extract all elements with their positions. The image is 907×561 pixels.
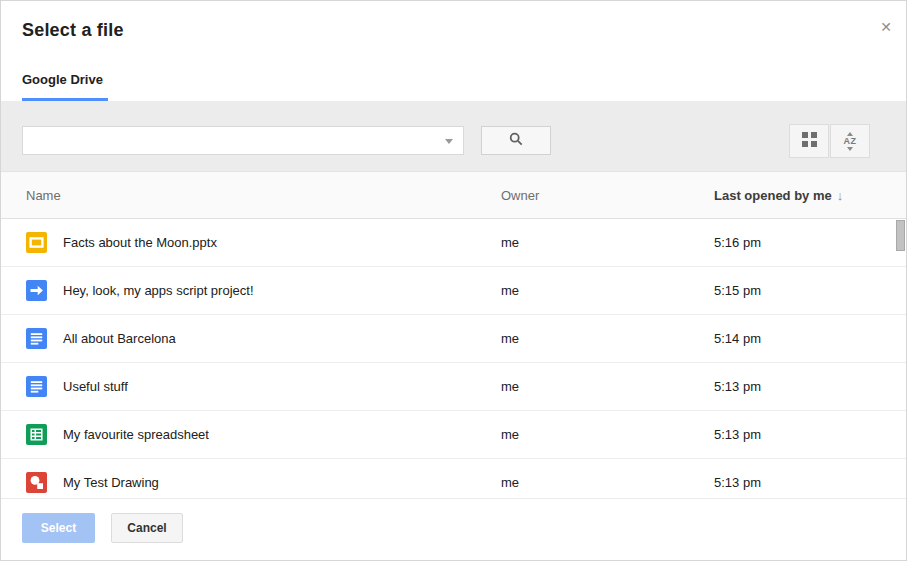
magnifier-icon	[509, 132, 523, 150]
file-owner: me	[501, 427, 714, 442]
sort-az-button[interactable]: AZ	[830, 124, 870, 158]
file-name: Hey, look, my apps script project!	[63, 283, 254, 298]
file-last-opened: 5:13 pm	[714, 475, 906, 490]
document-icon	[26, 328, 47, 349]
search-input[interactable]	[22, 126, 464, 155]
spreadsheet-icon	[26, 424, 47, 445]
file-name: My Test Drawing	[63, 475, 159, 490]
sort-az-icon: AZ	[844, 132, 857, 151]
file-owner: me	[501, 475, 714, 490]
sort-descending-icon: ↓	[837, 188, 844, 203]
scrollbar-thumb[interactable]	[896, 220, 905, 251]
file-last-opened: 5:15 pm	[714, 283, 906, 298]
search-button[interactable]	[481, 126, 551, 155]
file-name: Useful stuff	[63, 379, 128, 394]
file-name: Facts about the Moon.pptx	[63, 235, 217, 250]
file-owner: me	[501, 379, 714, 394]
search-toolbar: AZ	[1, 101, 906, 171]
file-owner: me	[501, 331, 714, 346]
column-header-name[interactable]: Name	[1, 188, 501, 203]
view-toggle-group: AZ	[789, 124, 870, 158]
apps-script-icon	[26, 280, 47, 301]
grid-view-button[interactable]	[789, 124, 829, 158]
drawing-icon	[26, 472, 47, 493]
dialog-title: Select a file	[22, 20, 124, 41]
tab-bar: Google Drive	[1, 57, 906, 101]
file-last-opened: 5:13 pm	[714, 427, 906, 442]
file-owner: me	[501, 235, 714, 250]
dialog-header: Select a file ✕	[1, 1, 906, 57]
column-header-last-opened[interactable]: Last opened by me↓	[714, 188, 906, 203]
file-last-opened: 5:14 pm	[714, 331, 906, 346]
slides-icon	[26, 232, 47, 253]
table-header: Name Owner Last opened by me↓	[1, 171, 906, 219]
table-row[interactable]: Facts about the Moon.pptx me 5:16 pm	[1, 219, 906, 267]
search-dropdown-arrow-icon[interactable]	[445, 139, 453, 144]
file-table-body: Facts about the Moon.pptx me 5:16 pm Hey…	[1, 219, 906, 498]
tab-google-drive[interactable]: Google Drive	[22, 72, 108, 101]
select-button[interactable]: Select	[22, 513, 95, 543]
cancel-button[interactable]: Cancel	[111, 513, 183, 543]
file-last-opened: 5:16 pm	[714, 235, 906, 250]
table-row[interactable]: All about Barcelona me 5:14 pm	[1, 315, 906, 363]
dialog-footer: Select Cancel	[1, 498, 906, 560]
file-last-opened: 5:13 pm	[714, 379, 906, 394]
table-row[interactable]: My Test Drawing me 5:13 pm	[1, 459, 906, 498]
column-header-owner[interactable]: Owner	[501, 188, 714, 203]
table-scrollbar[interactable]	[895, 219, 905, 498]
file-picker-dialog: Select a file ✕ Google Drive	[0, 0, 907, 561]
document-icon	[26, 376, 47, 397]
file-name: All about Barcelona	[63, 331, 176, 346]
file-owner: me	[501, 283, 714, 298]
table-row[interactable]: Useful stuff me 5:13 pm	[1, 363, 906, 411]
table-row[interactable]: Hey, look, my apps script project! me 5:…	[1, 267, 906, 315]
grid-view-icon	[802, 132, 817, 151]
file-name: My favourite spreadsheet	[63, 427, 209, 442]
close-icon[interactable]: ✕	[880, 20, 892, 34]
table-row[interactable]: My favourite spreadsheet me 5:13 pm	[1, 411, 906, 459]
